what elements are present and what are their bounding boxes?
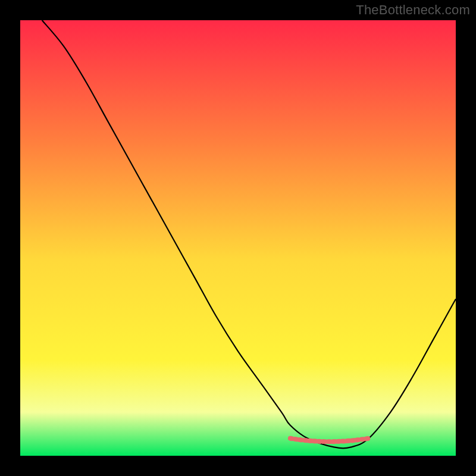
- watermark-text: TheBottleneck.com: [356, 2, 470, 18]
- chart-frame: TheBottleneck.com: [0, 0, 476, 476]
- gradient-background: [20, 20, 456, 456]
- bottleneck-chart: [20, 20, 456, 456]
